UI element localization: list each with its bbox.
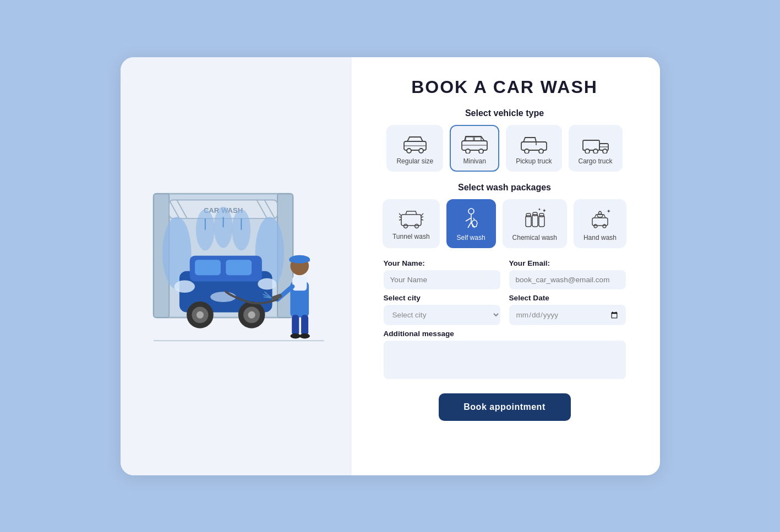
svg-rect-59 [583,140,599,150]
svg-point-66 [403,224,407,228]
svg-line-71 [421,213,423,216]
vehicle-card-regular[interactable]: Regular size [386,125,443,172]
wash-card-tunnel[interactable]: Tunnel wash [383,199,440,248]
svg-rect-54 [474,137,481,141]
date-label: Select Date [509,294,626,302]
svg-point-26 [248,311,255,319]
wash-label-hand: Hand wash [583,234,617,242]
name-group: Your Name: [384,259,500,289]
name-input[interactable] [384,270,500,289]
svg-line-72 [421,217,423,217]
regular-size-icon [402,134,428,153]
wash-label-tunnel: Tunnel wash [392,233,430,240]
email-input[interactable] [509,270,626,289]
svg-point-58 [539,149,543,153]
svg-point-47 [419,149,423,153]
book-appointment-button[interactable]: Book appointment [439,393,571,421]
svg-rect-80 [526,216,531,227]
wash-packages-container: Tunnel wash Self wash [383,199,626,248]
wash-card-hand[interactable]: ✦ Hand wash [574,199,626,248]
vehicle-label-minivan: Minivan [463,157,486,165]
svg-rect-82 [532,215,538,227]
svg-point-67 [414,224,418,228]
right-panel: BOOK A CAR WASH Select vehicle type Regu… [352,57,660,475]
svg-rect-40 [292,315,299,335]
booking-form: Your Name: Your Email: Select city Selec… [384,259,626,384]
svg-point-57 [525,149,529,153]
svg-point-42 [290,333,301,338]
vehicle-label-regular: Regular size [396,157,433,165]
svg-rect-19 [195,260,221,275]
date-input[interactable] [509,305,626,326]
svg-point-50 [466,149,470,153]
svg-text:✦: ✦ [607,209,611,214]
svg-point-46 [407,149,411,153]
svg-point-28 [258,278,276,290]
svg-line-73 [421,220,423,220]
wash-card-chemical[interactable]: ✦ ✦ Chemical wash [503,199,567,248]
svg-rect-55 [521,142,547,150]
vehicle-card-pickup[interactable]: Pickup truck [506,125,561,172]
vehicle-card-minivan[interactable]: Minivan [450,125,499,172]
svg-point-43 [299,333,310,338]
svg-point-23 [196,311,203,319]
svg-rect-34 [289,258,309,262]
car-wash-svg: CAR WASH [138,163,334,369]
city-group: Select city Select city New York Los Ang… [384,294,500,326]
name-email-row: Your Name: Your Email: [384,259,626,294]
svg-point-29 [210,292,236,302]
wash-card-self[interactable]: Self wash [446,199,496,248]
message-group: Additional message [384,330,626,379]
svg-text:✦: ✦ [538,208,541,211]
svg-point-74 [468,209,474,214]
svg-point-64 [603,149,607,153]
date-group: Select Date [509,294,626,326]
svg-line-69 [399,217,401,217]
svg-rect-81 [526,213,531,217]
wash-label-chemical: Chemical wash [512,234,557,242]
city-select[interactable]: Select city New York Los Angeles Chicago… [384,305,500,325]
svg-point-51 [479,149,483,153]
vehicle-section-label: Select vehicle type [465,108,544,118]
wash-label-self: Self wash [457,234,486,242]
city-date-row: Select city Select city New York Los Ang… [384,294,626,330]
vehicle-card-cargo[interactable]: Cargo truck [569,125,623,172]
tunnel-wash-icon [398,208,424,229]
svg-rect-41 [301,315,308,335]
self-wash-icon [459,208,483,230]
svg-point-90 [603,224,606,228]
svg-rect-85 [539,213,544,217]
page-title: BOOK A CAR WASH [411,77,598,97]
vehicle-types-container: Regular size Minivan [386,125,622,172]
name-label: Your Name: [384,259,500,267]
message-textarea[interactable] [384,341,626,379]
svg-line-68 [399,213,401,216]
wash-section-label: Select wash packages [458,183,551,193]
svg-rect-84 [539,216,544,227]
vehicle-label-pickup: Pickup truck [516,157,552,165]
svg-rect-83 [533,212,537,216]
vehicle-label-cargo: Cargo truck [579,157,613,165]
email-group: Your Email: [509,259,626,289]
svg-point-11 [195,209,214,250]
svg-point-13 [232,209,250,250]
svg-point-63 [593,149,598,153]
cargo-truck-icon [581,134,610,153]
illustration-panel: CAR WASH [121,57,352,475]
svg-line-77 [468,222,471,228]
svg-line-79 [473,218,474,220]
svg-point-62 [585,149,590,153]
svg-rect-20 [226,260,252,275]
svg-rect-65 [401,215,421,226]
minivan-icon [460,134,489,153]
svg-line-76 [466,218,471,221]
chemical-wash-icon: ✦ ✦ [521,208,548,230]
svg-line-70 [399,220,401,220]
hand-wash-icon: ✦ [587,208,613,230]
city-label: Select city [384,294,500,302]
svg-rect-53 [466,137,473,141]
main-card: CAR WASH [121,57,660,475]
svg-rect-31 [292,276,307,290]
svg-text:✦: ✦ [542,208,547,213]
message-label: Additional message [384,330,626,338]
